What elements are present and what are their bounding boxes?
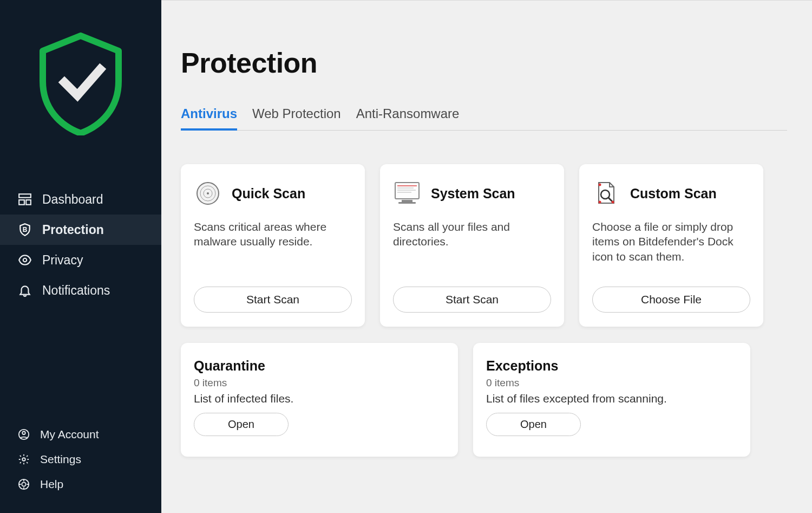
- monitor-scan-icon: [393, 179, 421, 207]
- radar-icon: [194, 179, 222, 207]
- bell-icon: [17, 283, 32, 298]
- sidebar-item-settings[interactable]: Settings: [0, 447, 161, 472]
- shield-check-icon: [37, 33, 124, 135]
- sidebar-item-privacy[interactable]: Privacy: [0, 245, 161, 275]
- card-title: Quick Scan: [232, 186, 305, 202]
- svg-point-4: [23, 258, 27, 262]
- sidebar: Dashboard B Protection Privacy: [0, 0, 161, 513]
- svg-point-13: [207, 192, 209, 194]
- svg-point-24: [612, 201, 614, 204]
- bottom-cards-row: Quarantine 0 items List of infected file…: [181, 343, 787, 457]
- card-system-scan: System Scan Scans all your files and dir…: [380, 164, 564, 327]
- card-desc: Scans all your files and directories.: [393, 219, 551, 249]
- tabs: Antivirus Web Protection Anti-Ransomware: [181, 106, 787, 131]
- tab-web-protection[interactable]: Web Protection: [252, 106, 341, 130]
- card-exceptions: Exceptions 0 items List of files excepte…: [473, 343, 750, 457]
- card-desc: Scans critical areas where malware usual…: [194, 219, 352, 249]
- sidebar-item-label: Protection: [42, 223, 104, 237]
- svg-point-9: [22, 482, 25, 486]
- nav-bottom: My Account Settings Help: [0, 422, 161, 513]
- svg-rect-0: [19, 194, 31, 198]
- svg-point-7: [22, 458, 25, 461]
- svg-rect-2: [26, 200, 31, 205]
- page-title: Protection: [181, 47, 787, 79]
- choose-file-button[interactable]: Choose File: [592, 287, 750, 313]
- card-desc: Choose a file or simply drop items on Bi…: [592, 219, 750, 264]
- sidebar-item-label: Help: [40, 478, 63, 491]
- sidebar-item-my-account[interactable]: My Account: [0, 422, 161, 447]
- sidebar-item-help[interactable]: Help: [0, 472, 161, 497]
- sidebar-item-dashboard[interactable]: Dashboard: [0, 184, 161, 215]
- gear-icon: [17, 453, 30, 466]
- card-title: Exceptions: [486, 358, 737, 374]
- svg-text:B: B: [23, 226, 28, 233]
- svg-point-23: [599, 184, 601, 186]
- user-icon: [17, 428, 30, 441]
- tab-anti-ransomware[interactable]: Anti-Ransomware: [356, 106, 460, 130]
- tab-antivirus[interactable]: Antivirus: [181, 106, 237, 130]
- exceptions-desc: List of files excepted from scanning.: [486, 392, 737, 405]
- sidebar-item-notifications[interactable]: Notifications: [0, 275, 161, 306]
- exceptions-count: 0 items: [486, 377, 737, 389]
- file-search-icon: [592, 179, 620, 207]
- protection-icon: B: [17, 222, 32, 237]
- card-custom-scan: Custom Scan Choose a file or simply drop…: [579, 164, 763, 327]
- scan-cards-row: Quick Scan Scans critical areas where ma…: [181, 164, 787, 327]
- sidebar-item-label: Privacy: [42, 253, 83, 268]
- quarantine-count: 0 items: [194, 377, 445, 389]
- quarantine-desc: List of infected files.: [194, 392, 445, 405]
- card-title: Custom Scan: [630, 186, 717, 202]
- open-exceptions-button[interactable]: Open: [486, 413, 581, 436]
- main-content: Protection Antivirus Web Protection Anti…: [161, 0, 812, 513]
- sidebar-item-label: My Account: [40, 428, 99, 441]
- start-quick-scan-button[interactable]: Start Scan: [194, 287, 352, 313]
- help-icon: [17, 478, 30, 491]
- svg-point-6: [22, 432, 25, 435]
- svg-rect-14: [395, 183, 419, 199]
- sidebar-item-protection[interactable]: B Protection: [0, 215, 161, 245]
- nav-main: Dashboard B Protection Privacy: [0, 184, 161, 306]
- sidebar-item-label: Notifications: [42, 283, 110, 298]
- svg-point-25: [599, 201, 601, 204]
- card-quick-scan: Quick Scan Scans critical areas where ma…: [181, 164, 365, 327]
- app-logo: [0, 33, 161, 135]
- start-system-scan-button[interactable]: Start Scan: [393, 287, 551, 313]
- eye-icon: [17, 252, 32, 268]
- open-quarantine-button[interactable]: Open: [194, 413, 289, 436]
- card-title: System Scan: [431, 186, 515, 202]
- card-quarantine: Quarantine 0 items List of infected file…: [181, 343, 458, 457]
- svg-rect-1: [19, 200, 24, 205]
- sidebar-item-label: Settings: [40, 453, 81, 466]
- dashboard-icon: [17, 192, 32, 207]
- card-title: Quarantine: [194, 358, 445, 374]
- sidebar-item-label: Dashboard: [42, 192, 103, 207]
- svg-rect-20: [398, 202, 416, 204]
- svg-rect-19: [402, 200, 412, 202]
